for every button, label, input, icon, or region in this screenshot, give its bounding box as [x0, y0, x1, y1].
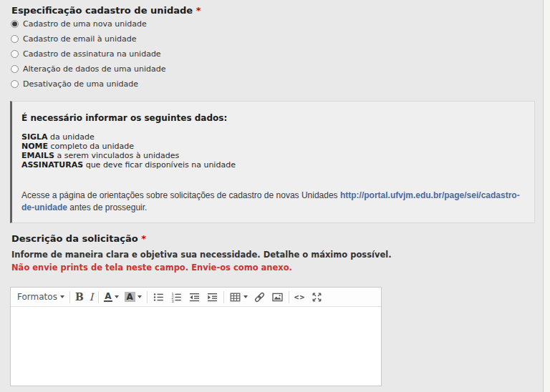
- italic-icon: I: [90, 291, 94, 303]
- toolbar-separator: [147, 291, 148, 303]
- radio-button: [11, 65, 19, 73]
- image-icon: [271, 291, 284, 303]
- editor-toolbar: Formatos B I A A: [11, 288, 381, 307]
- formats-dropdown[interactable]: Formatos: [14, 289, 67, 305]
- radio-label: Desativação de uma unidade: [23, 79, 138, 89]
- outdent-button[interactable]: [185, 289, 203, 305]
- section-title-especificacao: Especificação cadastro de unidade *: [11, 5, 550, 16]
- description-hint: Informe de maneira clara e objetiva sua …: [11, 250, 550, 260]
- info-note-suffix: antes de prosseguir.: [67, 202, 147, 212]
- info-item-term: ASSINATURAS: [21, 160, 83, 170]
- numbered-list-icon: 1 2 3: [170, 291, 183, 303]
- indent-button[interactable]: [203, 289, 221, 305]
- bullet-list-icon: [153, 291, 165, 303]
- svg-text:3: 3: [171, 299, 173, 303]
- radio-button: [11, 80, 19, 88]
- radio-label: Cadastro de assinatura na unidade: [23, 49, 161, 59]
- radio-label: Cadastro de uma nova unidade: [23, 19, 147, 29]
- info-item-term: EMAILS: [21, 151, 54, 160]
- toolbar-separator: [98, 291, 99, 303]
- background-color-icon: A: [125, 292, 135, 302]
- required-asterisk: *: [196, 5, 201, 16]
- toolbar-separator: [289, 291, 289, 303]
- link-button[interactable]: [251, 289, 269, 305]
- info-box-heading: É necessário informar os seguintes dados…: [21, 113, 527, 124]
- info-item-desc: a serem vinculados à unidades: [54, 151, 179, 160]
- radio-label: Alteração de dados de uma unidade: [23, 64, 166, 74]
- info-box: É necessário informar os seguintes dados…: [10, 101, 535, 223]
- table-icon: [229, 291, 241, 303]
- radio-label: Cadastro de email à unidade: [23, 34, 137, 44]
- required-asterisk: *: [141, 233, 146, 244]
- table-button[interactable]: [226, 289, 251, 305]
- source-code-button[interactable]: <>: [291, 289, 308, 305]
- editor-content-area[interactable]: [11, 307, 381, 386]
- fullscreen-icon: [311, 291, 323, 303]
- image-button[interactable]: [269, 289, 286, 305]
- info-item-emails: EMAILS a serem vinculados à unidades: [21, 151, 527, 160]
- radio-option-alteracao-dados[interactable]: Alteração de dados de uma unidade: [11, 64, 550, 74]
- radio-button: [11, 20, 19, 28]
- info-item-term: SIGLA: [21, 132, 48, 142]
- numbered-list-button[interactable]: 1 2 3: [168, 289, 185, 305]
- rich-text-editor: Formatos B I A A: [10, 287, 382, 386]
- toolbar-separator: [69, 291, 70, 303]
- toolbar-separator: [223, 291, 224, 303]
- link-icon: [254, 291, 266, 303]
- indent-icon: [206, 291, 218, 303]
- info-note-prefix: Acesse a página de orientações sobre sol…: [21, 190, 340, 200]
- radio-option-assinatura-unidade[interactable]: Cadastro de assinatura na unidade: [11, 49, 550, 59]
- chevron-down-icon: [115, 295, 119, 298]
- info-item-desc: da unidade: [48, 132, 95, 142]
- section-title-text: Especificação cadastro de unidade: [11, 5, 193, 16]
- section-title-descricao: Descrição da solicitação *: [11, 233, 550, 245]
- chevron-down-icon: [60, 295, 64, 298]
- bold-icon: B: [75, 291, 84, 303]
- info-item-sigla: SIGLA da unidade: [21, 132, 527, 142]
- bullet-list-button[interactable]: [150, 289, 168, 305]
- background-color-button[interactable]: A: [122, 289, 145, 305]
- chevron-down-icon: [138, 295, 142, 298]
- description-warning: Não envie prints de tela neste campo. En…: [11, 263, 550, 273]
- formats-label: Formatos: [17, 292, 57, 302]
- radio-option-email-unidade[interactable]: Cadastro de email à unidade: [11, 34, 550, 44]
- chevron-down-icon: [243, 295, 248, 298]
- fullscreen-button[interactable]: [308, 289, 326, 305]
- form-page: Especificação cadastro de unidade * Cada…: [0, 0, 550, 386]
- info-item-term: NOME: [21, 142, 48, 151]
- source-code-icon: <>: [294, 293, 305, 302]
- outdent-icon: [188, 291, 201, 303]
- radio-option-nova-unidade[interactable]: Cadastro de uma nova unidade: [11, 19, 550, 29]
- radio-button: [11, 35, 19, 43]
- text-color-button[interactable]: A: [101, 289, 121, 305]
- info-item-assinaturas: ASSINATURAS que deve ficar disponíveis n…: [21, 160, 527, 170]
- radio-button: [11, 50, 19, 58]
- bold-button[interactable]: B: [72, 289, 87, 305]
- section-title-text: Descrição da solicitação: [11, 233, 138, 244]
- info-item-desc: que deve ficar disponíveis na unidade: [83, 160, 236, 170]
- italic-button[interactable]: I: [87, 289, 97, 305]
- page-right-edge: [543, 0, 550, 392]
- info-note: Acesse a página de orientações sobre sol…: [21, 190, 527, 214]
- text-color-icon: A: [104, 292, 112, 302]
- info-item-desc: completo da unidade: [48, 142, 134, 151]
- radio-option-desativacao[interactable]: Desativação de uma unidade: [11, 79, 550, 89]
- info-item-nome: NOME completo da unidade: [21, 142, 527, 151]
